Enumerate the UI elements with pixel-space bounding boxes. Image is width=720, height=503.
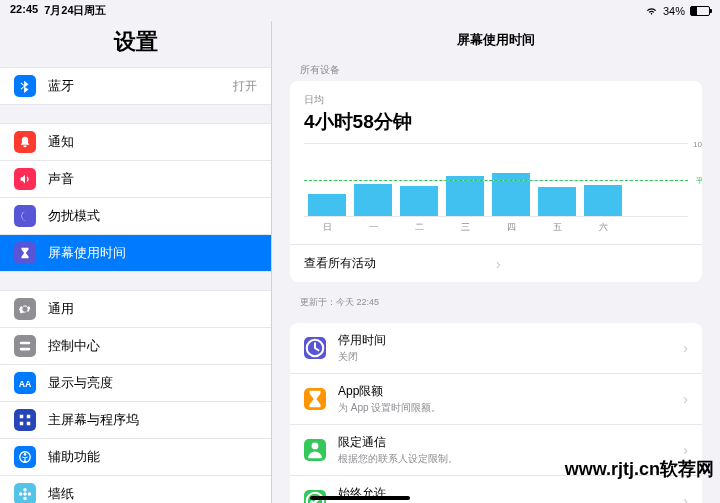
chart-bar — [400, 186, 438, 216]
sidebar-item-sound[interactable]: 声音 — [0, 161, 271, 198]
svg-rect-6 — [27, 422, 31, 426]
sound-icon — [14, 168, 36, 190]
sidebar-item-access[interactable]: 辅助功能 — [0, 439, 271, 476]
svg-point-13 — [28, 492, 32, 496]
bluetooth-icon — [14, 75, 36, 97]
grid-icon — [14, 409, 36, 431]
status-date: 7月24日周五 — [44, 3, 106, 18]
sidebar-item-grid[interactable]: 主屏幕与程序坞 — [0, 402, 271, 439]
chevron-right-icon: › — [683, 493, 688, 503]
sidebar: 设置 蓝牙打开 通知声音勿扰模式屏幕使用时间 通用控制中心AA显示与亮度主屏幕与… — [0, 21, 272, 503]
switches-icon — [14, 335, 36, 357]
gear-icon — [14, 298, 36, 320]
person-icon — [304, 439, 326, 461]
access-icon — [14, 446, 36, 468]
limit-row-hourglass[interactable]: App限额为 App 设置时间限额。› — [290, 374, 702, 425]
hourglass-icon — [304, 388, 326, 410]
svg-point-11 — [23, 497, 27, 501]
sidebar-item-hourglass[interactable]: 屏幕使用时间 — [0, 235, 271, 271]
sidebar-item-bluetooth[interactable]: 蓝牙打开 — [0, 68, 271, 104]
limit-row-clock[interactable]: 停用时间关闭› — [290, 323, 702, 374]
svg-point-23 — [312, 442, 319, 449]
svg-rect-4 — [27, 415, 31, 419]
moon-icon — [14, 205, 36, 227]
aa-icon: AA — [14, 372, 36, 394]
sidebar-item-aa[interactable]: AA显示与亮度 — [0, 365, 271, 402]
status-battery-pct: 34% — [663, 5, 685, 17]
sidebar-item-gear[interactable]: 通用 — [0, 291, 271, 328]
updated-label: 更新于：今天 22:45 — [300, 296, 702, 309]
svg-point-8 — [24, 453, 27, 456]
chart-bar — [308, 194, 346, 216]
wifi-icon — [645, 6, 658, 16]
flower-icon — [14, 483, 36, 503]
chart-bar — [354, 184, 392, 216]
svg-rect-3 — [20, 415, 24, 419]
usage-card: 日均 4小时58分钟 10小时 平均 日一二三四五六 查看所有活动 › — [290, 81, 702, 282]
sidebar-item-bell[interactable]: 通知 — [0, 124, 271, 161]
svg-text:AA: AA — [19, 379, 32, 389]
watermark: www.rjtj.cn软荐网 — [565, 457, 714, 481]
svg-rect-0 — [20, 342, 31, 345]
chevron-right-icon: › — [683, 391, 688, 407]
main-panel: 屏幕使用时间 所有设备 日均 4小时58分钟 10小时 平均 日一二三四五六 查… — [272, 21, 720, 503]
page-title: 屏幕使用时间 — [272, 21, 720, 63]
view-all-activity[interactable]: 查看所有活动 › — [290, 244, 702, 282]
chevron-right-icon: › — [683, 340, 688, 356]
battery-icon — [690, 6, 710, 16]
hourglass-icon — [14, 242, 36, 264]
chevron-right-icon: › — [496, 256, 688, 272]
settings-title: 设置 — [0, 21, 271, 67]
home-indicator — [310, 496, 410, 500]
bell-icon — [14, 131, 36, 153]
daily-avg: 4小时58分钟 — [304, 109, 688, 135]
chart-bar — [446, 176, 484, 216]
sidebar-item-moon[interactable]: 勿扰模式 — [0, 198, 271, 235]
sidebar-item-flower[interactable]: 墙纸 — [0, 476, 271, 503]
svg-point-9 — [23, 492, 27, 496]
svg-point-10 — [23, 488, 27, 492]
svg-point-12 — [19, 492, 23, 496]
clock-icon — [304, 337, 326, 359]
chart-bar — [584, 185, 622, 216]
sidebar-item-switches[interactable]: 控制中心 — [0, 328, 271, 365]
svg-rect-5 — [20, 422, 24, 426]
svg-rect-1 — [20, 348, 31, 351]
chevron-right-icon: › — [683, 442, 688, 458]
status-time: 22:45 — [10, 3, 38, 18]
chart-bar — [538, 187, 576, 216]
usage-chart: 10小时 平均 — [304, 143, 688, 217]
all-devices-label: 所有设备 — [300, 63, 702, 77]
daily-label: 日均 — [304, 93, 688, 107]
